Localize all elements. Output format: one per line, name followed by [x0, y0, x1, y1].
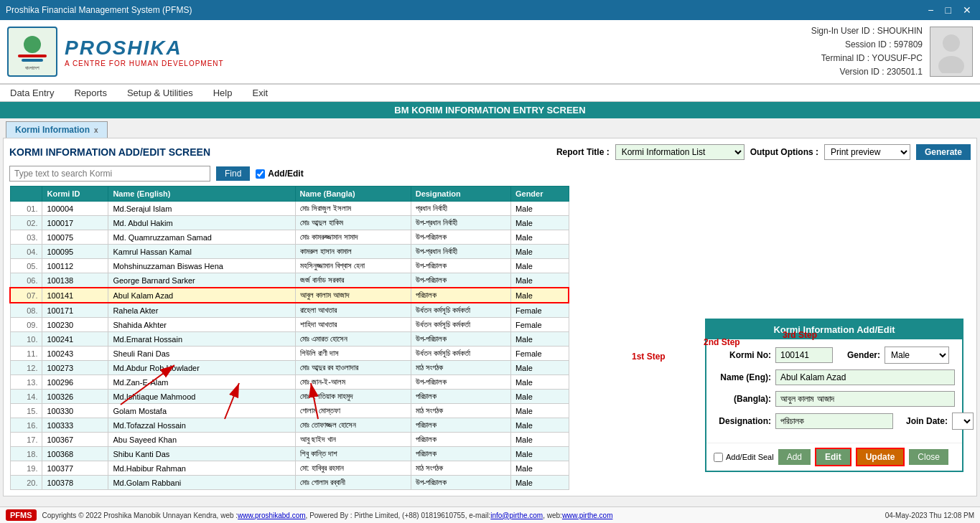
row-designation: উর্ধতন কর্মসূচি কর্মকর্তা [411, 303, 510, 318]
search-input[interactable] [9, 166, 210, 182]
table-row[interactable]: 05. 100112 Mohshinuzzaman Biswas Hena মহ… [10, 259, 569, 273]
add-edit-seal-checkbox[interactable] [714, 453, 723, 462]
table-row[interactable]: 08. 100171 Rahela Akter রাহেলা আখতার উর্… [10, 303, 569, 318]
row-name-en: Kamrul Hassan Kamal [108, 245, 295, 259]
table-row[interactable]: 19. 100377 Md.Habibur Rahman মো: হাবিবুর… [10, 461, 569, 476]
name-bn-input[interactable] [775, 391, 955, 407]
update-button[interactable]: Update [856, 448, 905, 466]
screen-header-title: KORMI INFORMATION ADD/EDIT SCREEN [9, 146, 210, 158]
terminal-id: Terminal ID : YOUSUF-PC [811, 52, 923, 65]
row-name-en: Sheuli Rani Das [108, 347, 295, 361]
tab-close-icon[interactable]: x [94, 126, 98, 134]
step3-label: 3rd Step [783, 330, 817, 340]
table-row[interactable]: 04. 100095 Kamrul Hassan Kamal কামরুল হা… [10, 245, 569, 259]
maximize-button[interactable]: □ [943, 4, 954, 16]
table-row[interactable]: 09. 100230 Shahida Akhter শাহিদা আখতার উ… [10, 318, 569, 332]
row-name-en: Golam Mostafa [108, 404, 295, 418]
row-name-bn: মোঃ এমারত হোসেন [295, 332, 411, 347]
generate-button[interactable]: Generate [916, 144, 971, 160]
name-eng-label: Name (Eng): [714, 372, 771, 382]
menu-reports[interactable]: Reports [71, 86, 110, 100]
edit-button[interactable]: Edit [815, 448, 851, 466]
row-designation: পরিচালক [411, 447, 510, 461]
row-name-bn: মোঃ গোলাম রব্বানী [295, 476, 411, 490]
table-row[interactable]: 15. 100330 Golam Mostafa গোলাম মোস্তফা ম… [10, 404, 569, 418]
add-button[interactable]: Add [778, 449, 811, 465]
table-row[interactable]: 02. 100017 Md. Abdul Hakim মোঃ আব্দুল হা… [10, 216, 569, 230]
row-name-en: Md. Abdul Hakim [108, 216, 295, 230]
kormi-no-input[interactable] [775, 347, 833, 363]
row-kormi-id: 100075 [42, 230, 108, 245]
footer-left: PFMS Copyrights © 2022 Proshika Manobik … [6, 509, 612, 521]
table-row[interactable]: 07. 100141 Abul Kalam Azad আবুল কালাম আজ… [10, 288, 569, 303]
join-date-select[interactable] [952, 413, 974, 430]
row-designation: উপ-পরিচালক [411, 375, 510, 390]
footer-website2-url[interactable]: www.pirthe.com [562, 512, 613, 519]
table-row[interactable]: 18. 100368 Shibu Kanti Das শিবু কান্তি দ… [10, 447, 569, 461]
close-button-panel[interactable]: Close [909, 449, 948, 465]
kormi-no-label: Kormi No: [714, 350, 771, 360]
menu-help[interactable]: Help [210, 86, 235, 100]
row-designation: উপ-পরিচালক [411, 476, 510, 490]
row-name-en: Md.Emarat Hossain [108, 332, 295, 347]
minimize-button[interactable]: − [925, 4, 936, 16]
add-edit-checkbox-label[interactable]: Add/Edit [256, 169, 303, 179]
logo-area: বাংলাদেশ PROSHIKA A CENTRE FOR HUMAN DEV… [7, 27, 224, 77]
user-info: Sign-In User ID : SHOUKHIN Session ID : … [811, 24, 923, 80]
table-row[interactable]: 17. 100367 Abu Sayeed Khan আবু ছাইদ খান … [10, 433, 569, 447]
footer-email[interactable]: info@pirthe.com [490, 512, 543, 519]
row-designation: উপ-প্রধান নির্বাহী [411, 245, 510, 259]
row-num: 13. [10, 375, 42, 390]
output-options-select[interactable]: Print preview [824, 144, 910, 160]
screen-title-bar: BM KORIM INFORMATION ENTRY SCREEN [0, 102, 980, 118]
row-num: 10. [10, 332, 42, 347]
table-row[interactable]: 03. 100075 Md. Quamruzzaman Samad মোঃ কা… [10, 230, 569, 245]
row-kormi-id: 100273 [42, 361, 108, 375]
designation-input[interactable] [775, 413, 893, 429]
row-num: 20. [10, 476, 42, 490]
logo-box: বাংলাদেশ [7, 27, 57, 77]
row-kormi-id: 100112 [42, 259, 108, 273]
row-name-en: Shahida Akhter [108, 318, 295, 332]
gender-select[interactable]: Male Female [885, 347, 949, 364]
menu-exit[interactable]: Exit [249, 86, 271, 100]
table-row[interactable]: 11. 100243 Sheuli Rani Das শিউলি রাণী দা… [10, 347, 569, 361]
table-row[interactable]: 13. 100296 Md.Zan-E-Alam মোঃ জান-ই-আলম উ… [10, 375, 569, 390]
row-num: 15. [10, 404, 42, 418]
footer-logo: PFMS [6, 509, 37, 521]
row-name-bn: জর্জ বার্নাড সরকার [295, 273, 411, 288]
find-button[interactable]: Find [216, 166, 250, 181]
row-name-en: Md.Abdur Rob Howlader [108, 361, 295, 375]
close-button[interactable]: ✕ [960, 4, 974, 16]
footer-website1[interactable]: www.proshikabd.com [238, 512, 305, 519]
row-name-bn: আবুল কালাম আজাদ [295, 288, 411, 303]
row-num: 05. [10, 259, 42, 273]
svg-text:বাংলাদেশ: বাংলাদেশ [25, 65, 39, 70]
panel-body: Kormi No: Gender: Male Female Name (Eng)… [706, 339, 962, 443]
row-name-en: Abu Sayeed Khan [108, 433, 295, 447]
col-kormi-id: Kormi ID [42, 187, 108, 202]
name-bn-label: (Bangla): [714, 394, 771, 404]
table-row[interactable]: 14. 100326 Md.Ishtiaque Mahmood মোঃ ইশতি… [10, 390, 569, 404]
row-num: 02. [10, 216, 42, 230]
row-gender: Male [510, 259, 569, 273]
table-row[interactable]: 16. 100333 Md.Tofazzal Hossain মোঃ তোফাজ… [10, 418, 569, 433]
menu-data-entry[interactable]: Data Entry [7, 86, 57, 100]
name-eng-input[interactable] [775, 369, 955, 385]
col-num [10, 187, 42, 202]
add-edit-checkbox[interactable] [256, 169, 265, 179]
row-name-bn: শাহিদা আখতার [295, 318, 411, 332]
table-row[interactable]: 01. 100004 Md.Serajul Islam মোঃ সিরাজুল … [10, 202, 569, 216]
kormi-information-tab[interactable]: Kormi Information x [6, 121, 108, 138]
table-row[interactable]: 06. 100138 George Barnard Sarker জর্জ বা… [10, 273, 569, 288]
row-designation: উপ-পরিচালক [411, 259, 510, 273]
table-row[interactable]: 10. 100241 Md.Emarat Hossain মোঃ এমারত হ… [10, 332, 569, 347]
row-kormi-id: 100296 [42, 375, 108, 390]
menu-setup-utilities[interactable]: Setup & Utilities [124, 86, 196, 100]
table-row[interactable]: 12. 100273 Md.Abdur Rob Howlader মোঃ আব্… [10, 361, 569, 375]
report-title-select[interactable]: Kormi Information List [615, 144, 745, 160]
row-name-en: Rahela Akter [108, 303, 295, 318]
row-num: 11. [10, 347, 42, 361]
session-id: Session ID : 597809 [811, 38, 923, 52]
table-row[interactable]: 20. 100378 Md.Golam Rabbani মোঃ গোলাম রব… [10, 476, 569, 490]
